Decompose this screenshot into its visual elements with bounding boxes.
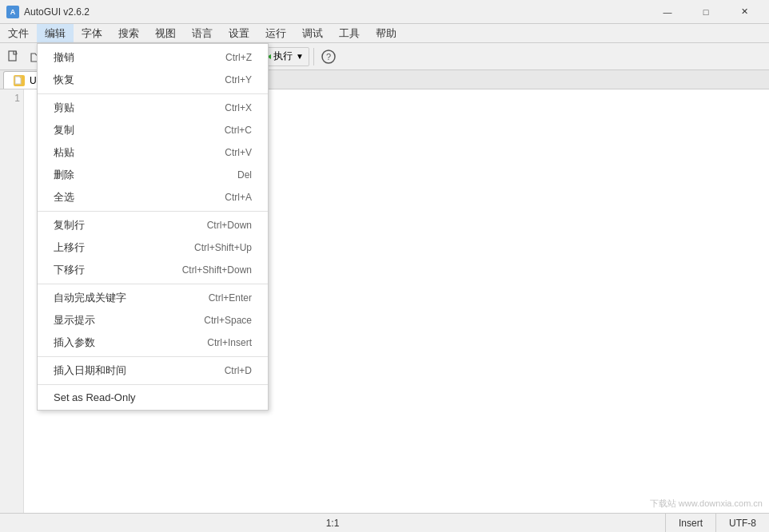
menu-redo[interactable]: 恢复 Ctrl+Y	[38, 69, 268, 91]
menu-undo[interactable]: 撤销 Ctrl+Z	[38, 46, 268, 69]
exec-dropdown-arrow: ▼	[296, 52, 304, 61]
app-title: AutoGUI v2.6.2	[24, 6, 649, 18]
menu-paste[interactable]: 粘贴 Ctrl+V	[38, 141, 268, 164]
menu-item-search[interactable]: 搜索	[110, 24, 147, 42]
edit-dropdown: 撤销 Ctrl+Z 恢复 Ctrl+Y 剪贴 Ctrl+X 复制 Ctrl+C …	[37, 43, 269, 411]
menu-delete[interactable]: 删除 Del	[38, 164, 268, 186]
menu-item-view[interactable]: 视图	[147, 24, 184, 42]
watermark: 下载站 www.downxia.com.cn	[650, 498, 763, 510]
separator-5	[38, 384, 268, 385]
menu-set-readonly[interactable]: Set as Read-Only	[38, 387, 268, 407]
menu-select-all[interactable]: 全选 Ctrl+A	[38, 186, 268, 208]
help-button[interactable]: ?	[318, 46, 339, 67]
status-position-area: 1:1	[0, 518, 665, 529]
tab-icon	[14, 75, 25, 86]
menu-item-tools[interactable]: 工具	[331, 24, 368, 42]
window-controls: — □ ✕	[649, 4, 763, 20]
title-bar: A AutoGUI v2.6.2 — □ ✕	[0, 0, 769, 24]
menu-insert-param[interactable]: 插入参数 Ctrl+Insert	[38, 332, 268, 354]
maximize-button[interactable]: □	[687, 4, 724, 20]
svg-rect-0	[9, 51, 16, 61]
status-right: Insert UTF-8	[665, 514, 769, 533]
menu-item-edit[interactable]: 编辑	[37, 24, 74, 42]
status-bar: 1:1 Insert UTF-8	[0, 513, 769, 532]
menu-show-hints[interactable]: 显示提示 Ctrl+Space	[38, 309, 268, 332]
separator-4	[38, 356, 268, 357]
separator-2	[38, 211, 268, 212]
menu-item-run[interactable]: 运行	[257, 24, 294, 42]
menu-move-line-down[interactable]: 下移行 Ctrl+Shift+Down	[38, 259, 268, 281]
menu-move-line-up[interactable]: 上移行 Ctrl+Shift+Up	[38, 236, 268, 259]
menu-autocomplete[interactable]: 自动完成关键字 Ctrl+Enter	[38, 287, 268, 309]
svg-text:?: ?	[326, 52, 331, 62]
menu-item-font[interactable]: 字体	[74, 24, 110, 42]
status-mode: Insert	[665, 514, 715, 533]
exec-label: 执行	[273, 50, 293, 63]
menu-copy[interactable]: 复制 Ctrl+C	[38, 119, 268, 141]
menu-item-help[interactable]: 帮助	[368, 24, 404, 42]
menu-item-debug[interactable]: 调试	[294, 24, 331, 42]
menu-item-settings[interactable]: 设置	[221, 24, 257, 42]
menu-insert-datetime[interactable]: 插入日期和时间 Ctrl+D	[38, 359, 268, 382]
menu-cut[interactable]: 剪贴 Ctrl+X	[38, 97, 268, 119]
separator-1	[38, 93, 268, 94]
menu-bar: 文件 编辑 字体 搜索 视图 语言 设置 运行 调试 工具 帮助	[0, 24, 769, 43]
new-file-button[interactable]	[3, 46, 24, 67]
menu-item-language[interactable]: 语言	[184, 24, 221, 42]
menu-item-file[interactable]: 文件	[0, 24, 37, 42]
status-position: 1:1	[326, 518, 340, 529]
separator-3	[38, 284, 268, 284]
toolbar-separator-5	[313, 48, 314, 66]
status-encoding: UTF-8	[715, 514, 769, 533]
svg-rect-18	[15, 77, 21, 84]
close-button[interactable]: ✕	[726, 4, 763, 20]
menu-copy-line[interactable]: 复制行 Ctrl+Down	[38, 214, 268, 236]
line-numbers: 1	[0, 89, 24, 513]
app-icon: A	[6, 6, 19, 18]
minimize-button[interactable]: —	[649, 4, 686, 20]
